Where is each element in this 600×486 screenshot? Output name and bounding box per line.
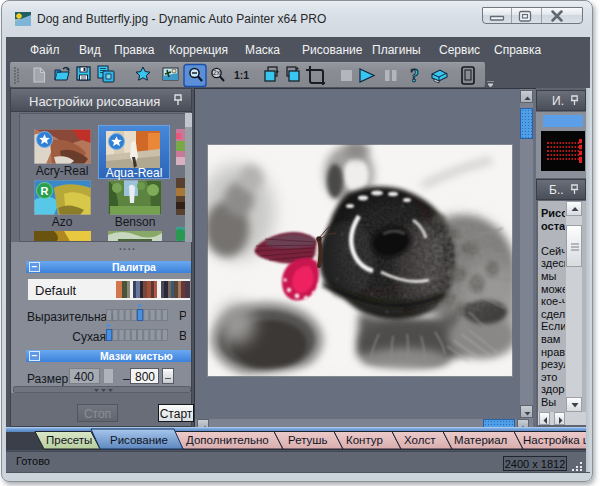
svg-text:Рисование: Рисование bbox=[110, 434, 168, 446]
svg-text:1:1: 1:1 bbox=[234, 69, 249, 81]
svg-text:R: R bbox=[41, 185, 49, 197]
svg-text:В: В bbox=[179, 329, 186, 342]
svg-text:Контур: Контур bbox=[346, 434, 383, 446]
svg-text:Ретушь: Ретушь bbox=[288, 434, 328, 446]
svg-text:?: ? bbox=[410, 66, 419, 86]
svg-text:2x: 2x bbox=[213, 69, 221, 76]
svg-text:Пресеты: Пресеты bbox=[46, 434, 92, 446]
svg-text:Настройка ц: Настройка ц bbox=[523, 434, 590, 446]
svg-text:Холст: Холст bbox=[404, 434, 436, 446]
svg-text:Материал: Материал bbox=[454, 434, 507, 446]
svg-text:Р: Р bbox=[179, 309, 186, 322]
svg-text:Дополнительно: Дополнительно bbox=[186, 434, 269, 446]
